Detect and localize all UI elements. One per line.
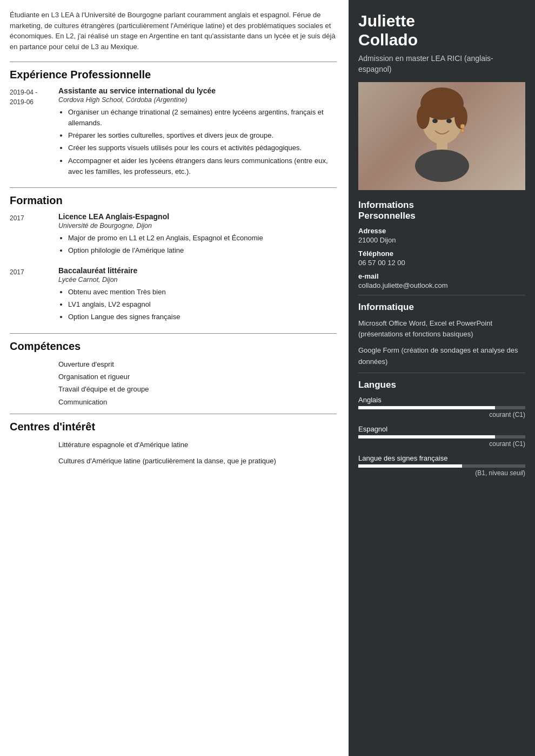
section-divider-formation: [10, 187, 337, 188]
langue-block: Langue des signes française(B1, niveau s…: [358, 454, 525, 477]
phone-value: 06 57 00 12 00: [358, 259, 525, 267]
langue-level: (B1, niveau seuil): [358, 469, 525, 477]
list-item: LV1 anglais, LV2 espagnol: [68, 299, 337, 310]
list-item: Accompagner et aider les lycéens étrange…: [68, 156, 337, 177]
svg-point-5: [415, 150, 469, 182]
exp-subtitle: Cordova High School, Córdoba (Argentine): [58, 96, 337, 104]
list-item: Option philologie de l'Amérique latine: [68, 245, 337, 256]
list-item: Major de promo en L1 et L2 en Anglais, E…: [68, 233, 337, 244]
competence-item: Ouverture d'esprit: [58, 358, 337, 370]
langue-bar-fill: [358, 406, 495, 409]
form-title: Licence LEA Anglais-Espagnol: [58, 212, 337, 221]
form-list: Major de promo en L1 et L2 en Anglais, E…: [58, 233, 337, 256]
langue-bar-bg: [358, 406, 525, 409]
svg-point-9: [461, 129, 464, 132]
list-item: Préparer les sorties culturelles, sporti…: [68, 130, 337, 141]
langue-bar-fill: [358, 435, 495, 438]
competence-item: Travail d'équipe et de groupe: [58, 383, 337, 395]
form-subtitle: Université de Bourgogne, Dijon: [58, 222, 337, 230]
langue-bar-bg: [358, 435, 525, 438]
list-item: Obtenu avec mention Très bien: [68, 287, 337, 298]
right-divider-informatique: [358, 295, 525, 295]
form-list: Obtenu avec mention Très bienLV1 anglais…: [58, 287, 337, 322]
langue-bar-fill: [358, 464, 462, 468]
langues-title: Langues: [358, 380, 525, 390]
langue-level: courant (C1): [358, 440, 525, 448]
langue-block: Anglaiscourant (C1): [358, 396, 525, 418]
intro-text: Étudiante en L3 LEA à l'Université de Bo…: [10, 10, 337, 52]
section-divider-competences: [10, 333, 337, 334]
exp-list: Organiser un échange trinational (2 sema…: [58, 107, 337, 177]
section-divider-experience: [10, 62, 337, 62]
svg-point-6: [432, 119, 438, 123]
competences-title: Compétences: [10, 340, 337, 353]
langue-name: Espagnol: [358, 425, 525, 433]
formation-item: 2017Licence LEA Anglais-EspagnolUniversi…: [10, 212, 337, 258]
competences-block: Ouverture d'espritOrganisation et rigueu…: [10, 358, 337, 409]
competence-item: Organisation et rigueur: [58, 370, 337, 383]
competence-item: Communication: [58, 396, 337, 408]
interets-block: Littérature espagnole et d'Amérique lati…: [10, 438, 337, 470]
email-value: collado.juliette@outlook.com: [358, 281, 525, 289]
exp-date: 2019-04 - 2019-06: [10, 86, 58, 179]
interets-list: Littérature espagnole et d'Amérique lati…: [58, 438, 337, 470]
exp-content: Assistante au service international du l…: [58, 86, 337, 179]
competences-list: Ouverture d'espritOrganisation et rigueu…: [58, 358, 337, 409]
experience-title: Expérience Professionnelle: [10, 69, 337, 81]
personal-info-title: InformationsPersonnelles: [358, 200, 525, 221]
form-title: Baccalauréat littéraire: [58, 266, 337, 275]
list-item: Option Langue des signes française: [68, 312, 337, 322]
list-item: Créer les supports visuels utilisés pour…: [68, 143, 337, 153]
experience-item: 2019-04 - 2019-06Assistante au service i…: [10, 86, 337, 179]
langue-bar-bg: [358, 464, 525, 468]
interet-item: Cultures d'Amérique latine (particulière…: [58, 455, 337, 467]
informatique-item: Google Form (création de sondages et ana…: [358, 345, 525, 367]
right-column: JulietteCollado Admission en master LEA …: [349, 0, 535, 756]
profile-photo: [358, 82, 525, 190]
form-subtitle: Lycée Carnot, Dijon: [58, 276, 337, 284]
formation-title: Formation: [10, 194, 337, 207]
email-label: e-mail: [358, 272, 525, 280]
langues-list: Anglaiscourant (C1)Espagnolcourant (C1)L…: [358, 396, 525, 477]
address-value: 21000 Dijon: [358, 236, 525, 244]
informatique-title: Informatique: [358, 302, 525, 313]
list-item: Organiser un échange trinational (2 sema…: [68, 107, 337, 129]
langue-block: Espagnolcourant (C1): [358, 425, 525, 448]
profile-subtitle: Admission en master LEA RICI (anglais-es…: [358, 53, 525, 75]
right-divider-langues: [358, 373, 525, 373]
profile-name: JulietteCollado: [358, 12, 525, 49]
informatique-item: Microsoft Office Word, Excel et PowerPoi…: [358, 318, 525, 340]
langue-name: Langue des signes française: [358, 454, 525, 462]
svg-point-8: [460, 124, 465, 129]
phone-label: Téléphone: [358, 249, 525, 258]
svg-point-7: [446, 119, 452, 123]
form-content: Licence LEA Anglais-EspagnolUniversité d…: [58, 212, 337, 258]
form-content: Baccalauréat littéraireLycée Carnot, Dij…: [58, 266, 337, 324]
exp-title: Assistante au service international du l…: [58, 86, 337, 95]
svg-point-2: [417, 105, 430, 129]
section-divider-interets: [10, 414, 337, 414]
informatique-list: Microsoft Office Word, Excel et PowerPoi…: [358, 318, 525, 367]
left-column: Étudiante en L3 LEA à l'Université de Bo…: [0, 0, 349, 756]
photo-placeholder: [358, 82, 525, 190]
form-date: 2017: [10, 212, 58, 258]
langue-name: Anglais: [358, 396, 525, 404]
address-label: Adresse: [358, 227, 525, 235]
interets-title: Centres d'intérêt: [10, 421, 337, 433]
langue-level: courant (C1): [358, 411, 525, 418]
interet-item: Littérature espagnole et d'Amérique lati…: [58, 438, 337, 451]
formation-item: 2017Baccalauréat littéraireLycée Carnot,…: [10, 266, 337, 324]
form-date: 2017: [10, 266, 58, 324]
